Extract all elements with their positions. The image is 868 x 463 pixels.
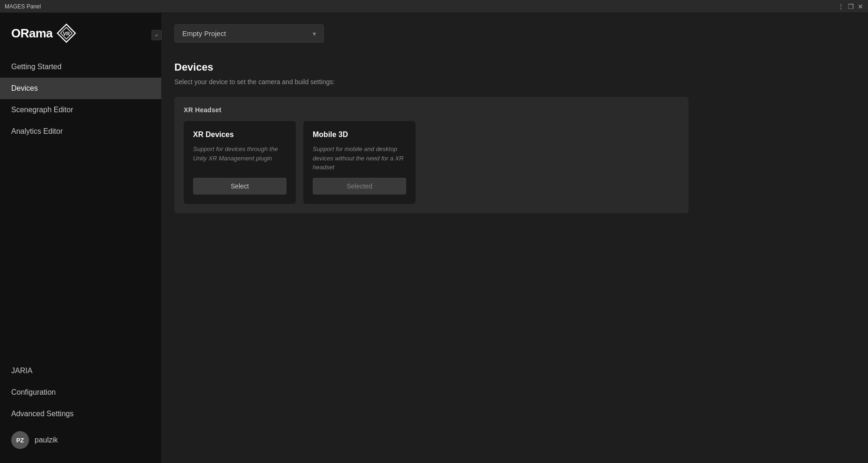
- project-dropdown-label: Empty Project: [182, 29, 313, 37]
- app-body: ORama VR Getting Started Devices Scenegr…: [0, 13, 868, 463]
- mobile-3d-title: Mobile 3D: [313, 130, 406, 139]
- device-cards: XR Devices Support for devices through t…: [184, 121, 679, 204]
- dropdown-arrow-icon: ▾: [313, 30, 316, 37]
- project-dropdown[interactable]: Empty Project ▾: [174, 24, 324, 43]
- sidebar-item-jaria[interactable]: JARIA: [0, 360, 161, 382]
- close-icon[interactable]: ✕: [858, 3, 863, 10]
- user-avatar: PZ: [11, 431, 29, 449]
- xr-devices-description: Support for devices through the Unity XR…: [193, 145, 287, 172]
- logo-diamond-icon: VR: [57, 23, 76, 43]
- sidebar-item-advanced-settings[interactable]: Advanced Settings: [0, 403, 161, 425]
- title-bar-controls: ⋮ ❐ ✕: [838, 3, 863, 10]
- sidebar-item-devices[interactable]: Devices: [0, 78, 161, 99]
- sidebar-user[interactable]: PZ paulzik: [0, 425, 161, 456]
- device-card-mobile-3d: Mobile 3D Support for mobile and desktop…: [303, 121, 416, 204]
- logo-text: ORama: [11, 26, 53, 41]
- xr-devices-title: XR Devices: [193, 130, 287, 139]
- devices-section: Devices Select your device to set the ca…: [174, 61, 855, 213]
- more-icon[interactable]: ⋮: [838, 3, 844, 10]
- sidebar-item-analytics-editor[interactable]: Analytics Editor: [0, 121, 161, 142]
- title-bar: MAGES Panel ⋮ ❐ ✕: [0, 0, 868, 13]
- sidebar-item-scenegraph-editor[interactable]: Scenegraph Editor: [0, 99, 161, 121]
- user-name: paulzik: [35, 436, 58, 444]
- sidebar-item-configuration[interactable]: Configuration: [0, 382, 161, 403]
- sidebar-nav: Getting Started Devices Scenegraph Edito…: [0, 51, 161, 360]
- section-title: Devices: [174, 61, 855, 73]
- main-content: Empty Project ▾ Devices Select your devi…: [161, 13, 868, 463]
- sidebar-item-getting-started[interactable]: Getting Started: [0, 56, 161, 78]
- xr-devices-select-button[interactable]: Select: [193, 178, 287, 195]
- device-group: XR Headset XR Devices Support for device…: [174, 97, 689, 213]
- mobile-3d-description: Support for mobile and desktop devices w…: [313, 145, 406, 172]
- svg-text:VR: VR: [63, 31, 70, 36]
- restore-icon[interactable]: ❐: [848, 3, 854, 10]
- sidebar: ORama VR Getting Started Devices Scenegr…: [0, 13, 161, 463]
- device-group-title: XR Headset: [184, 106, 679, 114]
- mobile-3d-selected-button[interactable]: Selected: [313, 178, 406, 195]
- section-subtitle: Select your device to set the camera and…: [174, 78, 855, 86]
- device-card-xr-devices: XR Devices Support for devices through t…: [184, 121, 296, 204]
- sidebar-bottom: JARIA Configuration Advanced Settings PZ…: [0, 360, 161, 463]
- sidebar-logo: ORama VR: [0, 13, 161, 51]
- title-bar-text: MAGES Panel: [5, 3, 41, 10]
- sidebar-collapse-button[interactable]: «: [151, 30, 162, 40]
